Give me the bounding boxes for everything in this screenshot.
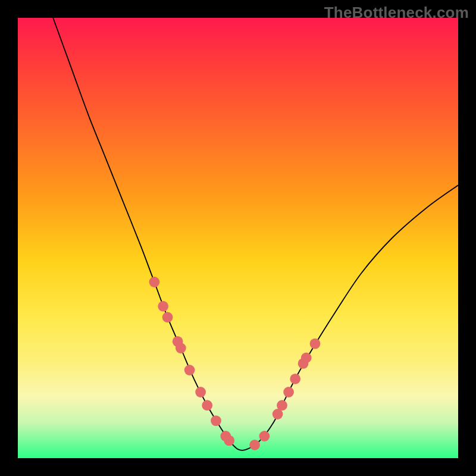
highlight-dot [184,365,195,375]
highlight-dots [149,277,321,450]
highlight-dot [158,301,168,312]
highlight-dot [277,400,287,411]
highlight-dot [195,387,206,397]
plot-area [18,18,458,458]
highlight-dot [283,387,294,397]
bottleneck-curve [53,18,458,450]
highlight-dot [176,343,186,353]
highlight-dot [224,436,234,446]
highlight-dot [211,415,221,426]
highlight-dot [249,440,260,450]
highlight-dot [310,339,321,349]
highlight-dot [162,312,173,322]
highlight-dot [290,374,300,384]
highlight-dot [301,352,312,363]
chart-svg [18,18,458,458]
highlight-dot [149,277,160,287]
chart-frame: TheBottleneck.com [0,0,476,476]
watermark-text: TheBottleneck.com [324,4,469,22]
highlight-dot [259,431,270,441]
highlight-dot [202,400,212,411]
